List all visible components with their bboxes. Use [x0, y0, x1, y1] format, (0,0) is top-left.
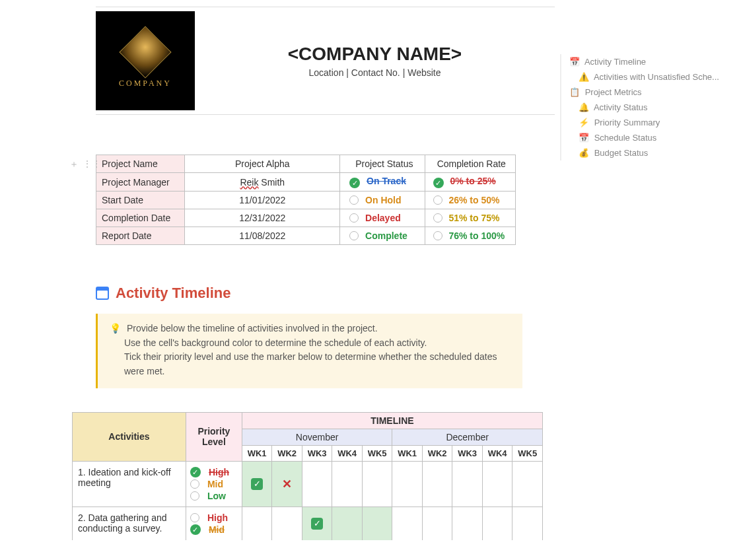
- radio-icon: [190, 491, 199, 501]
- add-block-icon[interactable]: ＋: [69, 158, 79, 170]
- tip-line-2: Use the cell's background color to deter…: [124, 336, 427, 351]
- header-week: WK2: [422, 445, 452, 461]
- header-week: WK4: [482, 445, 512, 461]
- divider: [96, 7, 555, 7]
- status-complete[interactable]: Complete: [340, 227, 425, 245]
- timeline-cell[interactable]: [242, 507, 272, 540]
- timeline-cell[interactable]: [302, 461, 332, 507]
- logo-diamond-icon: [119, 26, 171, 78]
- label-start-date: Start Date: [96, 192, 185, 209]
- calendar-icon: 📅: [579, 133, 589, 143]
- status-label: Complete: [365, 230, 407, 241]
- nav-label: Priority Summary: [594, 118, 660, 127]
- header-priority: Priority Level: [186, 412, 242, 461]
- nav-label: Project Metrics: [585, 87, 642, 97]
- nav-label: Activity Status: [594, 102, 648, 112]
- header-activities: Activities: [73, 412, 186, 461]
- header-week: WK1: [242, 445, 272, 461]
- timeline-cell[interactable]: ✓: [242, 461, 272, 507]
- table-row: 2. Data gathering and conducting a surve…: [73, 507, 543, 540]
- timeline-cell[interactable]: [512, 461, 543, 507]
- rate-76-100[interactable]: 76% to 100%: [425, 227, 515, 245]
- nav-item-activity-status[interactable]: 🔔 Activity Status: [569, 100, 732, 115]
- lightbulb-icon: 💡: [110, 322, 122, 336]
- check-icon: ✓: [311, 518, 323, 530]
- status-label: On Hold: [365, 195, 401, 205]
- warning-icon: ⚠️: [579, 72, 589, 82]
- company-logo: COMPANY: [96, 11, 195, 110]
- company-name: <COMPANY NAME>: [195, 44, 555, 65]
- outline-panel: 📅 Activity Timeline ⚠️ Activities with U…: [560, 54, 732, 160]
- status-on-hold[interactable]: On Hold: [340, 192, 425, 209]
- label-project-manager: Project Manager: [96, 173, 185, 192]
- check-circle-icon: ✓: [190, 467, 201, 477]
- timeline-cell[interactable]: [392, 461, 423, 507]
- timeline-cell[interactable]: [482, 461, 512, 507]
- timeline-cell[interactable]: [362, 507, 392, 540]
- header-month-dec: December: [392, 429, 543, 445]
- nav-label: Activity Timeline: [584, 57, 646, 67]
- drag-handle-icon[interactable]: ⋮⋮: [83, 158, 101, 170]
- value-project-manager[interactable]: Reik Smith: [185, 173, 340, 192]
- rate-0-25[interactable]: ✓ 0% to 25%: [425, 173, 515, 192]
- label-report-date: Report Date: [96, 227, 185, 245]
- status-label: On Track: [367, 176, 406, 186]
- logo-text: COMPANY: [119, 79, 172, 88]
- nav-label: Schedule Status: [594, 133, 657, 143]
- check-circle-icon: ✓: [349, 178, 360, 188]
- priority-cell[interactable]: ✓High Mid Low: [186, 461, 242, 507]
- timeline-cell[interactable]: [422, 507, 452, 540]
- radio-icon: [349, 195, 359, 205]
- value-completion-date[interactable]: 12/31/2022: [185, 209, 340, 227]
- timeline-cell[interactable]: ✓: [302, 507, 332, 540]
- timeline-cell[interactable]: [422, 461, 452, 507]
- nav-item-schedule-status[interactable]: 📅 Schedule Status: [569, 130, 732, 145]
- label-project-status: Project Status: [340, 155, 425, 173]
- timeline-cell[interactable]: [332, 507, 363, 540]
- priority-cell[interactable]: High ✓Mid: [186, 507, 242, 540]
- timeline-cell[interactable]: [452, 507, 483, 540]
- timeline-cell[interactable]: [482, 507, 512, 540]
- nav-item-activity-timeline[interactable]: 📅 Activity Timeline: [569, 54, 732, 69]
- rate-51-75[interactable]: 51% to 75%: [425, 209, 515, 227]
- value-start-date[interactable]: 11/01/2022: [185, 192, 340, 209]
- check-icon: ✓: [251, 478, 263, 490]
- timeline-cell[interactable]: [272, 507, 302, 540]
- header: COMPANY <COMPANY NAME> Location | Contac…: [96, 11, 555, 110]
- activity-cell[interactable]: 1. Ideation and kick-off meeting: [73, 461, 186, 507]
- nav-item-priority-summary[interactable]: ⚡ Priority Summary: [569, 115, 732, 130]
- timeline-cell[interactable]: [392, 507, 423, 540]
- header-week: WK4: [332, 445, 363, 461]
- activity-cell[interactable]: 2. Data gathering and conducting a surve…: [73, 507, 186, 540]
- bolt-icon: ⚡: [579, 118, 589, 127]
- header-week: WK3: [302, 445, 332, 461]
- timeline-cell[interactable]: [452, 461, 483, 507]
- timeline-cell[interactable]: [512, 507, 543, 540]
- header-week: WK3: [452, 445, 483, 461]
- status-delayed[interactable]: Delayed: [340, 209, 425, 227]
- label-completion-date: Completion Date: [96, 209, 185, 227]
- timeline-cell[interactable]: [332, 461, 363, 507]
- nav-item-unsatisfied[interactable]: ⚠️ Activities with Unsatisfied Sche...: [569, 69, 732, 85]
- priority-high: High: [209, 467, 229, 477]
- status-on-track[interactable]: ✓ On Track: [340, 173, 425, 192]
- header-month-nov: November: [242, 429, 392, 445]
- nav-item-budget-status[interactable]: 💰 Budget Status: [569, 145, 732, 160]
- section-title: Activity Timeline: [116, 285, 230, 302]
- project-info-table: Project Name Project Alpha Project Statu…: [96, 155, 516, 245]
- rate-label: 0% to 25%: [450, 176, 495, 186]
- check-circle-icon: ✓: [433, 178, 444, 188]
- tip-line-1: Provide below the timeline of activities…: [127, 323, 378, 333]
- timeline-cell[interactable]: ✕: [272, 461, 302, 507]
- manager-first: Reik: [240, 177, 258, 188]
- tip-callout: 💡 Provide below the timeline of activiti…: [96, 314, 522, 388]
- manager-last-name: Smith: [261, 177, 285, 188]
- header-week: WK1: [392, 445, 423, 461]
- value-report-date[interactable]: 11/08/2022: [185, 227, 340, 245]
- value-project-name[interactable]: Project Alpha: [185, 155, 340, 173]
- header-timeline: TIMELINE: [242, 412, 542, 429]
- timeline-cell[interactable]: [362, 461, 392, 507]
- nav-item-project-metrics[interactable]: 📋 Project Metrics: [569, 85, 732, 100]
- rate-26-50[interactable]: 26% to 50%: [425, 192, 515, 209]
- table-row: 1. Ideation and kick-off meeting ✓High M…: [73, 461, 543, 507]
